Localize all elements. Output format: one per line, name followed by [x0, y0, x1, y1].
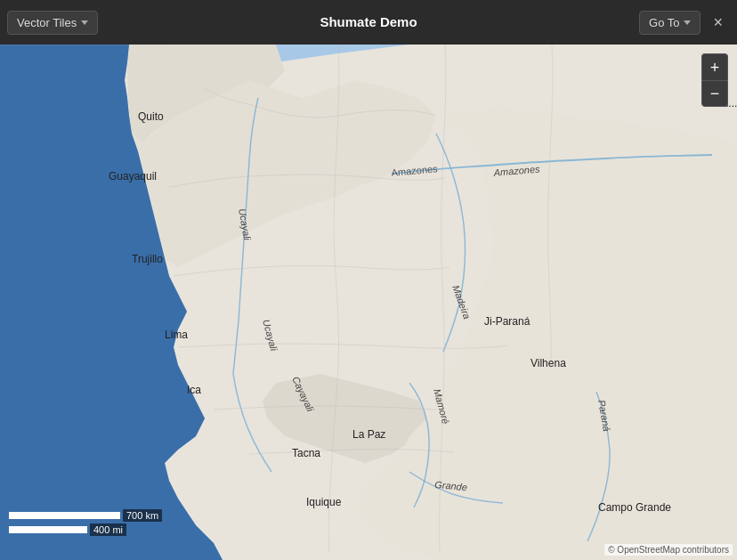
svg-text:Tacna: Tacna — [292, 447, 320, 459]
map-svg: Amazones Quito Guayaquil T — [0, 45, 737, 560]
svg-text:Quito: Quito — [138, 110, 164, 123]
svg-text:Trujillo: Trujillo — [132, 253, 163, 265]
goto-label: Go To — [649, 16, 679, 29]
app-title: Shumate Demo — [320, 14, 417, 29]
zoom-in-button[interactable]: + — [701, 53, 728, 80]
close-button[interactable]: × — [706, 12, 730, 34]
scale-km-row: 700 km — [9, 509, 162, 522]
zoom-out-button[interactable]: − — [701, 80, 728, 107]
toolbar-center: Shumate Demo — [320, 14, 417, 30]
svg-text:Ica: Ica — [187, 384, 201, 396]
svg-text:Iquique: Iquique — [306, 496, 342, 508]
map-container[interactable]: Amazones Quito Guayaquil T — [0, 45, 737, 560]
layers-dropdown-icon — [81, 20, 88, 25]
svg-text:Campo Grande: Campo Grande — [598, 501, 671, 514]
toolbar-right: Go To × — [639, 11, 730, 35]
attribution-text: © OpenStreetMap contributors — [608, 545, 729, 555]
layers-label: Vector Tiles — [17, 16, 77, 29]
toolbar-left: Vector Tiles — [7, 11, 98, 35]
svg-text:Ji-Paraná: Ji-Paraná — [484, 315, 530, 328]
scale-km-label: 700 km — [123, 509, 162, 522]
toolbar: Vector Tiles Shumate Demo Go To × — [0, 0, 737, 45]
svg-text:Guayaquil: Guayaquil — [109, 170, 157, 183]
zoom-controls: + − — [701, 53, 728, 107]
scale-mi-row: 400 mi — [9, 523, 162, 536]
svg-text:Vilhena: Vilhena — [530, 357, 566, 369]
layers-button[interactable]: Vector Tiles — [7, 11, 98, 35]
goto-button[interactable]: Go To — [639, 11, 701, 35]
attribution: © OpenStreetMap contributors — [604, 544, 733, 556]
svg-text:La Paz: La Paz — [352, 428, 385, 441]
scale-mi-label: 400 mi — [90, 523, 126, 536]
scale-bar: 700 km 400 mi — [9, 509, 162, 538]
svg-text:Lima: Lima — [165, 329, 188, 341]
goto-dropdown-icon — [684, 20, 691, 25]
